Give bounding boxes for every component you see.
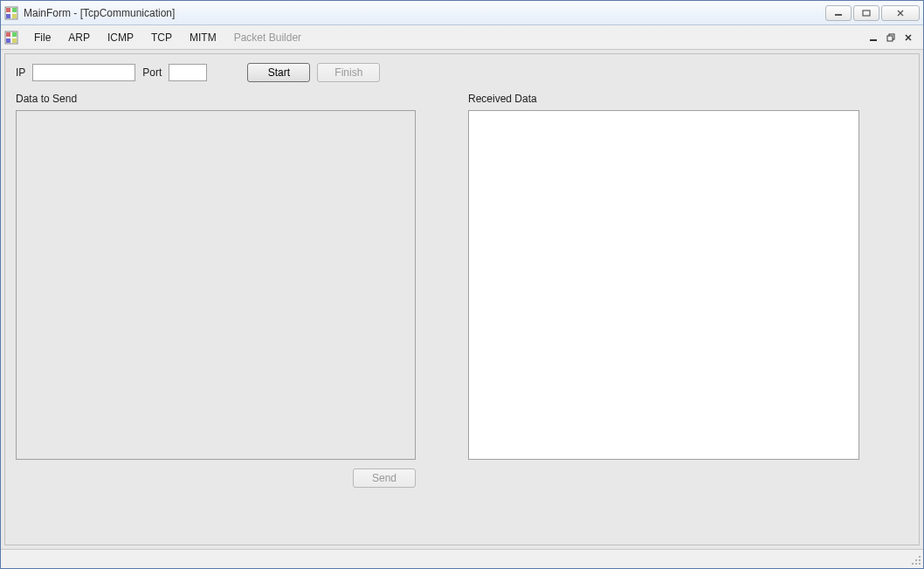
port-label: Port	[142, 66, 162, 79]
statusbar	[1, 549, 923, 568]
mdi-restore-button[interactable]	[883, 31, 899, 45]
window-controls	[825, 5, 920, 21]
resize-grip-icon[interactable]	[909, 553, 921, 566]
menu-file[interactable]: File	[25, 28, 59, 47]
app-icon	[4, 6, 18, 20]
minimize-button[interactable]	[825, 5, 852, 21]
svg-rect-11	[12, 38, 17, 43]
svg-rect-6	[863, 10, 870, 16]
mdi-client-area: IP Port Start Finish Data to Send Send R…	[1, 50, 923, 549]
svg-rect-8	[6, 32, 10, 37]
svg-rect-14	[887, 36, 893, 41]
menubar: File ARP ICMP TCP MITM Packet Builder	[1, 25, 923, 50]
svg-rect-10	[6, 38, 10, 43]
form-icon	[4, 31, 18, 45]
svg-point-20	[919, 563, 921, 565]
finish-button: Finish	[317, 63, 380, 82]
svg-rect-12	[870, 39, 877, 41]
send-button: Send	[353, 468, 416, 488]
menu-packet-builder[interactable]: Packet Builder	[225, 28, 310, 47]
svg-rect-4	[12, 14, 17, 18]
svg-point-18	[912, 563, 914, 565]
svg-point-15	[919, 556, 921, 558]
send-panel: Data to Send Send	[16, 93, 416, 488]
receive-textarea[interactable]	[468, 110, 859, 460]
svg-point-16	[915, 559, 917, 561]
window-title: MainForm - [TcpCommunication]	[24, 7, 825, 19]
svg-rect-5	[835, 14, 842, 16]
menu-icmp[interactable]: ICMP	[99, 28, 142, 47]
data-panels: Data to Send Send Received Data	[12, 93, 912, 488]
menu-arp[interactable]: ARP	[59, 28, 99, 47]
mdi-minimize-button[interactable]	[865, 31, 881, 45]
mdi-controls	[865, 31, 920, 45]
ip-input[interactable]	[32, 64, 135, 81]
main-window: MainForm - [TcpCommunication] File AR	[0, 0, 924, 569]
maximize-button[interactable]	[853, 5, 879, 21]
menu-tcp[interactable]: TCP	[142, 28, 181, 47]
svg-rect-3	[6, 14, 10, 18]
port-input[interactable]	[169, 64, 207, 81]
menu-mitm[interactable]: MITM	[181, 28, 225, 47]
svg-rect-1	[6, 8, 10, 12]
svg-point-19	[915, 563, 917, 565]
ip-label: IP	[16, 66, 25, 79]
start-button[interactable]: Start	[247, 63, 310, 82]
send-textarea[interactable]	[16, 110, 416, 460]
mdi-close-button[interactable]	[900, 31, 916, 45]
receive-label: Received Data	[468, 93, 861, 105]
receive-panel: Received Data	[468, 93, 861, 488]
tcp-communication-form: IP Port Start Finish Data to Send Send R…	[4, 53, 920, 545]
svg-rect-2	[12, 8, 17, 12]
svg-point-17	[919, 559, 921, 561]
close-button[interactable]	[881, 5, 920, 21]
send-label: Data to Send	[16, 93, 416, 105]
connection-controls: IP Port Start Finish	[12, 61, 912, 93]
svg-rect-9	[12, 32, 17, 37]
titlebar: MainForm - [TcpCommunication]	[1, 1, 923, 25]
